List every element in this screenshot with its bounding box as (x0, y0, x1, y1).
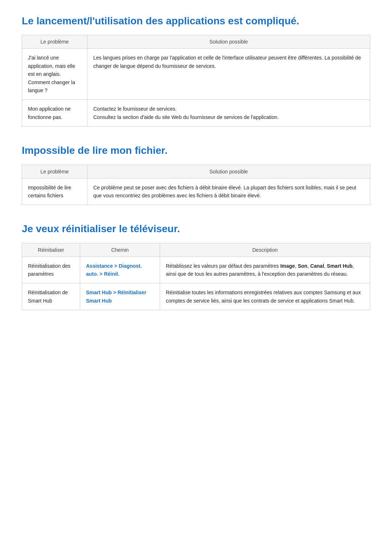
reset-row1-bold2: Son (298, 263, 307, 269)
reset-row1-col3: Rétablissez les valeurs par défaut des p… (160, 257, 370, 283)
apps-table: Le problème Solution possible J'ai lancé… (22, 35, 370, 127)
reset-table: Réinitialiser Chemin Description Réiniti… (22, 243, 370, 311)
table-row: Réinitialisation de Smart Hub Smart Hub … (22, 283, 370, 310)
table-row: Impossibilité de lire certains fichiers … (22, 178, 370, 205)
reset-row1-col1: Réinitialisation des paramètres (22, 257, 80, 283)
reset-col2-header: Chemin (80, 243, 160, 257)
section-apps-title: Le lancement/l'utilisation des applicati… (22, 15, 370, 28)
reset-row1-path: Assistance > Diagnost. auto. > Réinit. (86, 263, 142, 277)
reset-col1-header: Réinitialiser (22, 243, 80, 257)
apps-row2-solution-line1: Contactez le fournisseur de services. (93, 106, 177, 112)
reset-row1-bold4: Smart Hub (327, 263, 353, 269)
section-apps: Le lancement/l'utilisation des applicati… (22, 15, 370, 127)
reset-row1-bold3: Canal (310, 263, 324, 269)
table-row: Réinitialisation des paramètres Assistan… (22, 257, 370, 283)
file-row1-solution: Ce problème peut se poser avec des fichi… (87, 178, 370, 205)
table-row: Mon application ne fonctionne pas. Conta… (22, 100, 370, 127)
table-row: J'ai lancé une application, mais elle es… (22, 49, 370, 100)
section-file-title: Impossible de lire mon fichier. (22, 144, 370, 157)
file-table: Le problème Solution possible Impossibil… (22, 165, 370, 205)
apps-row2-solution-line2: Consultez la section d'aide du site Web … (93, 114, 279, 120)
reset-row2-col1: Réinitialisation de Smart Hub (22, 283, 80, 310)
reset-row2-path: Smart Hub > Réinitialiser Smart Hub (86, 290, 146, 303)
reset-col3-header: Description (160, 243, 370, 257)
apps-row2-solution: Contactez le fournisseur de services. Co… (87, 100, 370, 127)
section-reset: Je veux réinitialiser le téléviseur. Réi… (22, 222, 370, 310)
apps-col-problem: Le problème (22, 35, 87, 49)
apps-col-solution: Solution possible (87, 35, 370, 49)
apps-row1-solution: Les langues prises en charge par l'appli… (87, 49, 370, 100)
section-reset-title: Je veux réinitialiser le téléviseur. (22, 222, 370, 235)
reset-row2-col3: Réinitialise toutes les informations enr… (160, 283, 370, 310)
reset-row1-bold1: Image (280, 263, 295, 269)
apps-row2-problem: Mon application ne fonctionne pas. (22, 100, 87, 127)
reset-row2-col2: Smart Hub > Réinitialiser Smart Hub (80, 283, 160, 310)
file-col-solution: Solution possible (87, 165, 370, 178)
reset-row1-col2: Assistance > Diagnost. auto. > Réinit. (80, 257, 160, 283)
file-row1-problem: Impossibilité de lire certains fichiers (22, 178, 87, 205)
file-col-problem: Le problème (22, 165, 87, 178)
section-file: Impossible de lire mon fichier. Le probl… (22, 144, 370, 205)
apps-row1-problem: J'ai lancé une application, mais elle es… (22, 49, 87, 100)
